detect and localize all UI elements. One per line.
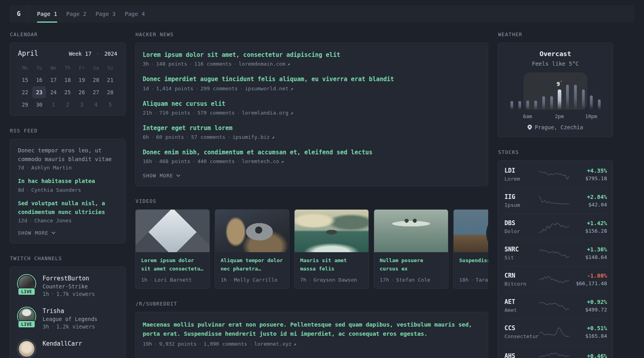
video-author[interactable]: Grayson Dawson <box>313 277 357 283</box>
stock-id: CRN Bitcorn <box>504 272 539 287</box>
video-author[interactable]: Stefan Cole <box>396 277 430 283</box>
twitch-channel-row[interactable]: LIVE Trisha League of Legends 3h·1.2k vi… <box>18 307 117 330</box>
video-thumbnail[interactable] <box>374 210 448 252</box>
stock-row[interactable]: AHS +0.46% <box>504 345 606 358</box>
hackernews-item[interactable]: Donec enim nibh, condimentum et accumsan… <box>143 148 481 164</box>
subreddit-post-title[interactable]: Maecenas mollis pulvinar erat non posuer… <box>143 320 481 339</box>
stock-row[interactable]: IIG Ipsum +2.84% $42.04 <box>504 187 606 214</box>
stock-row[interactable]: DBS Dolor +1.42% $156.28 <box>504 214 606 240</box>
rss-item[interactable]: Sed volutpat nulla nisl, a condimentum n… <box>18 199 117 224</box>
stocks-widget: STOCKS LDI Lorem +4.35% $795.18 <box>498 149 613 358</box>
separator-dot: · <box>26 187 29 193</box>
calendar-date-cell: 18 <box>60 74 75 86</box>
video-thumbnail[interactable] <box>454 210 488 252</box>
video-author[interactable]: Molly Carrillo <box>234 277 277 283</box>
video-title[interactable]: Lorem ipsum dolor sit amet consectetu… <box>136 252 209 273</box>
hackernews-item-title[interactable]: Aliquam nec cursus elit <box>143 100 481 108</box>
video-thumbnail[interactable] <box>215 210 289 252</box>
hackernews-show-more-button[interactable]: SHOW MORE <box>143 173 481 179</box>
item-comments[interactable]: 57 comments <box>191 134 225 140</box>
hackernews-item-meta: 1d·1,414 points·299 comments·ipsumworld.… <box>143 86 481 91</box>
item-comments[interactable]: 1,090 comments <box>204 341 247 347</box>
page-tab[interactable]: Page 2 <box>66 5 87 23</box>
item-comments[interactable]: 116 comments <box>194 61 232 67</box>
page-tab[interactable]: Page 3 <box>95 5 116 23</box>
live-badge: LIVE <box>17 288 35 296</box>
calendar-date-cell: 30 <box>32 99 47 111</box>
stock-id: LDI Lorem <box>504 167 539 182</box>
stock-row[interactable]: AET Amet +0.92% $499.72 <box>504 292 606 319</box>
video-thumbnail[interactable] <box>136 210 209 252</box>
calendar-date-cell: 24 <box>46 86 60 98</box>
subreddit-post[interactable]: Maecenas mollis pulvinar erat non posuer… <box>143 320 481 346</box>
calendar-date-cell: 1 <box>46 99 60 111</box>
video-card[interactable]: Nullam posuere cursus ex 17h·Stefan Cole <box>374 209 448 289</box>
rss-item-age: 7d <box>18 165 24 171</box>
page-tab[interactable]: Page 4 <box>125 5 145 23</box>
twitch-avatar[interactable] <box>18 340 35 358</box>
stock-row[interactable]: SNRC Sit +1.36% $148.64 <box>504 240 606 266</box>
app-logo[interactable]: G <box>10 5 28 23</box>
stock-name: Dolor <box>504 228 539 234</box>
hackernews-item[interactable]: Aliquam nec cursus elit 21h·710 points·5… <box>143 100 481 116</box>
calendar-date-cell: 16 <box>32 74 47 86</box>
item-domain[interactable]: ipsumify.biz <box>233 134 270 140</box>
calendar-day-header: Fr <box>75 63 89 74</box>
hackernews-item[interactable]: Donec imperdiet augue tincidunt felis al… <box>143 75 481 91</box>
video-thumbnail[interactable] <box>295 210 369 252</box>
stock-row[interactable]: CRN Bitcorn -1.00% $66,171.48 <box>504 266 606 292</box>
stock-row[interactable]: LDI Lorem +4.35% $795.18 <box>504 161 606 187</box>
video-card[interactable]: Lorem ipsum dolor sit amet consectetu… 1… <box>135 209 210 289</box>
item-points: 710 points <box>159 110 190 116</box>
video-card[interactable]: Mauris sit amet massa felis 7h·Grayson D… <box>294 209 369 289</box>
video-author[interactable]: Lori Barnett <box>154 277 192 283</box>
stock-name: Amet <box>504 307 539 313</box>
hackernews-item[interactable]: Integer eget rutrum lorem 6h·60 points·5… <box>143 124 481 140</box>
video-title[interactable]: Aliquam tempor dolor nec pharetra… <box>215 252 289 273</box>
hackernews-item-title[interactable]: Integer eget rutrum lorem <box>143 124 481 132</box>
twitch-avatar[interactable]: LIVE <box>18 275 35 292</box>
twitch-uptime: 3h <box>43 323 49 330</box>
video-title[interactable]: Nullam posuere cursus ex <box>374 252 448 273</box>
calendar-date-cell: 17 <box>46 74 60 86</box>
subreddit-card: Maecenas mollis pulvinar erat non posuer… <box>135 312 488 358</box>
rss-item[interactable]: Donec tempor eros leo, ut commodo mauris… <box>18 146 117 171</box>
item-domain[interactable]: loremtech.co <box>242 158 279 164</box>
item-comments[interactable]: 440 comments <box>197 158 235 164</box>
separator-dot: · <box>29 218 32 224</box>
calendar-date-cell: 22 <box>18 86 32 98</box>
twitch-channel-row[interactable]: LIVE ForrestBurton Counter-Strike 1h·1.7… <box>18 275 117 297</box>
page-tab[interactable]: Page 1 <box>37 5 57 23</box>
video-card[interactable]: Aliquam tempor dolor nec pharetra… 1h·Mo… <box>215 209 289 289</box>
twitch-channel-row[interactable]: KendallCarr <box>18 340 117 358</box>
calendar-date-cell: 23 <box>32 86 47 98</box>
twitch-channel-meta: 1h·1.7k viewers <box>43 291 95 297</box>
rss-item-title: In hac habitasse platea <box>18 177 117 186</box>
page-tab-label: Page 2 <box>66 11 87 17</box>
rss-item-author: Cynthia Saunders <box>31 187 81 193</box>
page-tab-label: Page 4 <box>125 11 145 17</box>
hackernews-item-title[interactable]: Donec imperdiet augue tincidunt felis al… <box>143 75 481 83</box>
item-points: 9,932 points <box>159 341 196 347</box>
item-domain[interactable]: ipsumworld.net <box>245 86 289 91</box>
item-domain[interactable]: loremdomain.com <box>239 61 285 67</box>
calendar-date-cell: 21 <box>103 74 117 86</box>
stock-id: DBS Dolor <box>504 220 539 234</box>
stock-row[interactable]: CCS Consectetur +0.51% $165.84 <box>504 319 606 345</box>
rss-item[interactable]: In hac habitasse platea 8d·Cynthia Saund… <box>18 177 117 193</box>
item-comments[interactable]: 579 comments <box>197 110 235 116</box>
video-author[interactable]: Tara <box>475 277 488 283</box>
rss-show-more-button[interactable]: SHOW MORE <box>18 230 117 236</box>
hackernews-item-title[interactable]: Lorem ipsum dolor sit amet, consectetur … <box>143 51 481 59</box>
hackernews-item-title[interactable]: Donec enim nibh, condimentum et accumsan… <box>143 148 481 156</box>
video-title[interactable]: Mauris sit amet massa felis <box>295 252 369 273</box>
twitch-avatar[interactable]: LIVE <box>18 307 35 325</box>
middle-column: HACKER NEWS Lorem ipsum dolor sit amet, … <box>135 31 488 358</box>
external-link-icon: ↗ <box>293 341 296 347</box>
hackernews-item[interactable]: Lorem ipsum dolor sit amet, consectetur … <box>143 51 481 67</box>
item-comments[interactable]: 299 comments <box>200 86 238 91</box>
video-card[interactable]: Suspendisse diam 18h·Tara <box>453 209 488 289</box>
item-domain[interactable]: loremlandia.org <box>242 110 288 116</box>
video-title[interactable]: Suspendisse diam <box>454 252 488 273</box>
item-domain[interactable]: loremnet.xyz <box>254 341 291 347</box>
